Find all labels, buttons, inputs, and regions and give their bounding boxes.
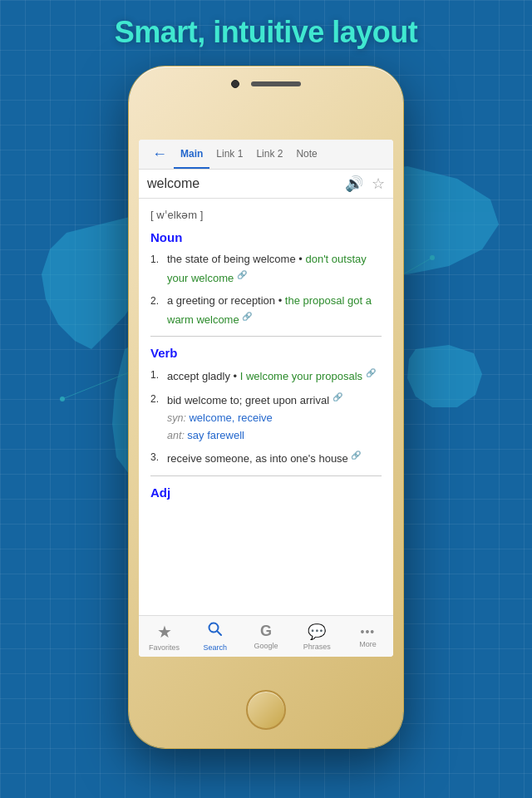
syn-words[interactable]: welcome, receive [189,411,272,424]
app-content: ← Main Link 1 Link 2 Note welcome 🔊 ☆ [ … [139,140,393,657]
syn-label: syn: [167,412,189,424]
phone-screen: ← Main Link 1 Link 2 Note welcome 🔊 ☆ [ … [139,140,393,657]
link-icon-2[interactable]: 🔗 [242,312,252,321]
back-button[interactable]: ← [145,145,174,163]
tab-note[interactable]: Note [289,140,323,169]
more-label: More [359,640,377,648]
favorites-label: Favorites [149,643,180,652]
verb-def-3: 3. receive someone, as into one's house … [150,449,382,468]
google-icon: G [260,623,272,640]
search-label: Search [204,643,228,652]
link-icon-4[interactable]: 🔗 [332,392,342,401]
favorites-icon: ★ [157,622,172,642]
divider-2 [150,475,382,476]
volume-icon[interactable]: 🔊 [345,175,363,193]
svg-line-5 [217,632,221,636]
search-bar: welcome 🔊 ☆ [139,170,393,199]
ant-words[interactable]: say farewell [187,429,244,441]
phone-camera [231,80,239,88]
noun-definitions: 1. the state of being welcome • don't ou… [150,251,382,329]
pos-adj: Adj [150,483,382,503]
search-word[interactable]: welcome [147,176,345,191]
pos-noun: Noun [150,228,382,248]
phrases-icon: 💬 [308,623,326,641]
tab-link2[interactable]: Link 2 [249,140,289,169]
noun-def-2: 2. a greeting or reception • the proposa… [150,293,382,329]
top-tab-bar: ← Main Link 1 Link 2 Note [139,140,393,170]
nav-google[interactable]: G Google [240,616,291,657]
phonetic: [ wˈelkəm ] [150,207,382,224]
tab-link1[interactable]: Link 1 [209,140,249,169]
phone-top-bar [231,80,301,88]
nav-search[interactable]: Search [190,616,240,657]
bottom-nav: ★ Favorites Search G Google [139,615,393,657]
verb-def-2: 2. bid welcome to; greet upon arrival 🔗 … [150,391,382,445]
verb-definitions: 1. accept gladly • I welcome your propos… [150,367,382,469]
noun-example-2: the proposal got a warm welcome [167,294,372,326]
dictionary-content[interactable]: [ wˈelkəm ] Noun 1. the state of being w… [139,199,393,615]
noun-def-1: 1. the state of being welcome • don't ou… [150,251,382,288]
pos-verb: Verb [150,343,382,363]
home-button[interactable] [246,690,286,730]
favorite-star-icon[interactable]: ☆ [372,175,385,193]
search-icons: 🔊 ☆ [345,175,385,193]
link-icon-3[interactable]: 🔗 [366,368,376,377]
nav-phrases[interactable]: 💬 Phrases [292,616,342,657]
noun-example-1: don't outstay your welcome [167,253,367,284]
phone-speaker [251,81,301,86]
search-icon [207,621,224,642]
headline: Smart, intuitive layout [0,15,532,50]
ant-label: ant: [167,430,187,441]
phone-device: ← Main Link 1 Link 2 Note welcome 🔊 ☆ [ … [129,66,403,748]
link-icon-1[interactable]: 🔗 [237,270,247,279]
more-icon: ••• [361,625,376,638]
phrases-label: Phrases [303,643,331,651]
nav-more[interactable]: ••• More [342,616,393,657]
verb-example-1: I welcome your proposals [240,370,362,382]
divider-1 [150,336,382,337]
nav-favorites[interactable]: ★ Favorites [139,616,190,657]
link-icon-5[interactable]: 🔗 [351,451,361,460]
tab-main[interactable]: Main [174,140,209,169]
verb-def-1: 1. accept gladly • I welcome your propos… [150,367,382,386]
google-label: Google [254,642,278,650]
